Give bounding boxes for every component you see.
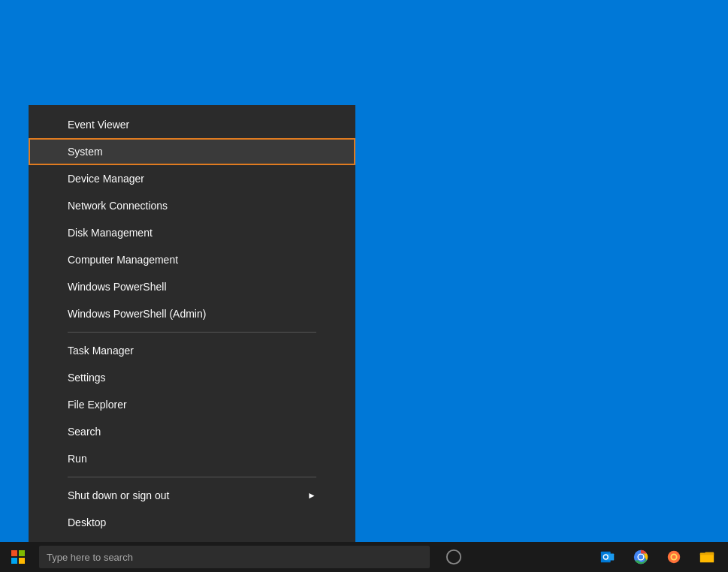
search-placeholder-text: Type here to search (47, 552, 133, 563)
svg-point-8 (604, 555, 608, 559)
windows-logo-icon (11, 550, 25, 564)
menu-item-shutdown[interactable]: Shut down or sign out ► (29, 482, 355, 509)
taskbar-file-explorer-icon[interactable] (692, 542, 722, 572)
file-explorer-icon (699, 549, 715, 565)
menu-item-label: Event Viewer (68, 119, 129, 131)
svg-rect-2 (11, 558, 17, 564)
menu-item-system[interactable]: System (29, 138, 355, 165)
menu-item-label: Windows PowerShell (68, 281, 167, 293)
context-menu: Event Viewer System Device Manager Netwo… (29, 105, 355, 542)
start-button[interactable] (0, 542, 36, 572)
menu-item-windows-powershell-admin[interactable]: Windows PowerShell (Admin) (29, 300, 355, 327)
taskbar-firefox-icon[interactable] (659, 542, 689, 572)
taskbar-app-icons (593, 542, 728, 572)
svg-point-11 (639, 555, 643, 559)
menu-item-label: Run (68, 453, 87, 465)
menu-item-settings[interactable]: Settings (29, 364, 355, 391)
menu-item-computer-management[interactable]: Computer Management (29, 246, 355, 273)
menu-item-label: Task Manager (68, 345, 134, 357)
menu-item-file-explorer[interactable]: File Explorer (29, 391, 355, 418)
menu-item-windows-powershell[interactable]: Windows PowerShell (29, 273, 355, 300)
menu-item-label: Network Connections (68, 200, 168, 212)
menu-item-label: Disk Management (68, 227, 153, 239)
outlook-icon (600, 549, 616, 565)
menu-item-disk-management[interactable]: Disk Management (29, 219, 355, 246)
menu-divider-2 (68, 477, 316, 477)
menu-item-label: Windows PowerShell (Admin) (68, 308, 206, 320)
search-circle-icon (446, 549, 462, 565)
menu-item-event-viewer[interactable]: Event Viewer (29, 111, 355, 138)
taskbar: Type here to search (0, 542, 728, 572)
svg-point-14 (672, 555, 676, 559)
menu-item-label: Computer Management (68, 254, 178, 266)
taskbar-search-bar[interactable]: Type here to search (39, 546, 430, 568)
menu-item-network-connections[interactable]: Network Connections (29, 192, 355, 219)
menu-item-label: Desktop (68, 516, 106, 528)
svg-rect-1 (19, 550, 25, 556)
menu-item-label: Device Manager (68, 173, 144, 185)
chrome-icon (633, 549, 649, 565)
menu-item-desktop[interactable]: Desktop (29, 509, 355, 536)
menu-item-run[interactable]: Run (29, 445, 355, 472)
svg-rect-0 (11, 550, 17, 556)
taskbar-outlook-icon[interactable] (593, 542, 623, 572)
menu-item-device-manager[interactable]: Device Manager (29, 165, 355, 192)
taskbar-chrome-icon[interactable] (626, 542, 656, 572)
menu-item-label: Shut down or sign out (68, 489, 169, 501)
menu-item-search[interactable]: Search (29, 418, 355, 445)
menu-item-label: Settings (68, 372, 106, 384)
firefox-icon (666, 549, 682, 565)
menu-item-label: File Explorer (68, 399, 127, 411)
submenu-arrow-icon: ► (307, 490, 316, 501)
menu-divider-1 (68, 332, 316, 333)
svg-rect-3 (19, 558, 25, 564)
svg-point-4 (447, 550, 461, 564)
menu-item-label: System (68, 146, 103, 158)
taskbar-search-button[interactable] (439, 542, 469, 572)
menu-item-task-manager[interactable]: Task Manager (29, 337, 355, 364)
menu-item-label: Search (68, 426, 101, 438)
